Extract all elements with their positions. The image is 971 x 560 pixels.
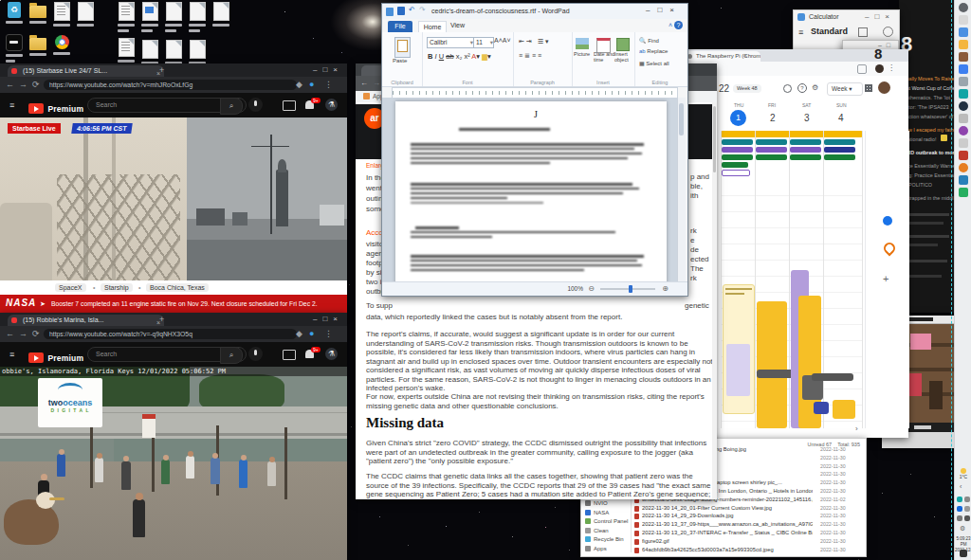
chrome-shortcut-icon[interactable] xyxy=(51,34,72,63)
mic-icon[interactable] xyxy=(248,98,263,112)
desktop-document-icon[interactable] xyxy=(75,2,96,30)
file-row[interactable]: 64acbfdb9b3a42625cc53d0003a7a15e993305cd… xyxy=(634,547,862,555)
topic-chip[interactable]: Starship xyxy=(101,283,133,292)
file-tab[interactable]: File xyxy=(388,21,412,32)
add-panel-icon[interactable]: + xyxy=(883,273,889,284)
help-icon[interactable]: ? xyxy=(797,83,807,93)
browser-app-icon[interactable] xyxy=(959,27,968,37)
news-headline[interactable]: How I escaped my fathe xyxy=(902,127,959,133)
alignment-icons[interactable]: ≡≣≡≡ xyxy=(519,52,543,60)
selected-day-number[interactable]: 1 xyxy=(730,110,746,126)
file-explorer-icon[interactable] xyxy=(959,40,968,49)
maps-pin-icon[interactable] xyxy=(882,241,898,257)
indent-list-icons[interactable]: ⇤⇥ ☰▾ xyxy=(519,38,550,45)
search-icon[interactable] xyxy=(783,84,792,93)
zoom-slider-track[interactable] xyxy=(600,288,655,290)
channel-avatar[interactable]: ⚗ xyxy=(325,99,338,111)
news-headline[interactable]: ucational radio! xyxy=(902,136,959,142)
extension-icon[interactable] xyxy=(857,64,867,74)
profile-avatar[interactable] xyxy=(875,64,884,73)
file-row[interactable]: 2022-11-30 13_37_09-https___www.amazon.c… xyxy=(634,521,862,530)
font-size-select[interactable]: 11▾ xyxy=(473,37,494,48)
history-icon[interactable] xyxy=(883,27,893,37)
day-number[interactable]: 4 xyxy=(838,113,844,123)
desktop-app-icon[interactable] xyxy=(4,34,25,63)
find-item[interactable]: 🔍 Find xyxy=(639,37,659,44)
calendar-event-block[interactable] xyxy=(833,400,855,419)
next-period-arrow[interactable]: › xyxy=(855,425,858,433)
menu-kebab-icon[interactable]: ⋮ xyxy=(324,329,333,338)
google-apps-grid-icon[interactable] xyxy=(865,84,872,92)
calculator-window-controls[interactable]: –□× xyxy=(865,12,895,21)
desktop-document-icon[interactable] xyxy=(116,2,137,30)
task-view-icon[interactable] xyxy=(959,15,968,25)
back-icon[interactable]: ← xyxy=(6,80,14,89)
nav-item[interactable]: Apps xyxy=(585,545,629,554)
document-page[interactable]: J xyxy=(395,101,667,281)
forward-icon[interactable]: → xyxy=(373,79,380,87)
paste-label[interactable]: Paste xyxy=(393,58,407,63)
calendar-event-chip[interactable] xyxy=(790,154,821,160)
extension-diamond-icon[interactable]: ◆ xyxy=(296,329,302,338)
file-row[interactable]: 2022-11-30 14_29_29-Downloads.jpg2022-11… xyxy=(634,513,862,521)
app-icon[interactable] xyxy=(959,89,968,99)
notification-center-icon[interactable] xyxy=(960,550,967,557)
undo-icon[interactable]: ↶ xyxy=(409,6,415,14)
user-avatar[interactable] xyxy=(878,81,890,94)
browser-tab[interactable]: (15) Starbase Live 24/7 SL... × xyxy=(8,65,164,77)
font-name-select[interactable]: Calibri▾ xyxy=(427,37,474,48)
calendar-event-chip[interactable] xyxy=(756,139,787,145)
profile-icon[interactable]: ● xyxy=(309,329,314,338)
window-controls[interactable]: –□× xyxy=(313,315,343,323)
calendar-event-chip[interactable] xyxy=(722,170,750,176)
mic-icon[interactable] xyxy=(248,347,263,361)
calendar-event-chip[interactable] xyxy=(722,154,753,160)
desktop-document-icon[interactable] xyxy=(163,2,184,30)
tab-close-icon[interactable]: × xyxy=(743,52,747,59)
calendar-event-block[interactable] xyxy=(757,301,787,428)
address-field[interactable]: https://www.youtube.com/watch?v=mhJRoOxL… xyxy=(44,80,297,90)
news-headline[interactable]: that Worst Cup of Coffe xyxy=(902,85,959,91)
forward-icon[interactable]: → xyxy=(19,329,27,338)
grow-shrink-font-icons[interactable]: A˄A˅ xyxy=(494,37,511,44)
app-icon[interactable] xyxy=(959,163,968,172)
keep-on-top-icon[interactable] xyxy=(858,27,868,37)
desktop-document-icon[interactable] xyxy=(187,2,208,30)
calendar-event-block[interactable] xyxy=(814,402,829,414)
create-video-icon[interactable] xyxy=(283,350,296,360)
display-tray-icon[interactable] xyxy=(957,515,962,521)
calendar-event-chip[interactable] xyxy=(722,147,753,153)
refresh-icon[interactable]: ⟳ xyxy=(32,329,40,338)
youtube-premium-logo[interactable]: Premium CA xyxy=(28,349,93,366)
contacts-icon[interactable] xyxy=(883,216,892,226)
news-headline[interactable]: as trapped in the middl xyxy=(902,195,959,201)
menu-kebab-icon[interactable]: ⋮ xyxy=(324,80,333,89)
channel-avatar[interactable]: ⚗ xyxy=(325,348,338,360)
weather-widget[interactable]: 1°C xyxy=(955,468,971,479)
nav-item[interactable]: NVIO xyxy=(585,499,629,509)
news-headline[interactable]: OVID outbreak to mor xyxy=(902,150,959,155)
desktop-folder-icon[interactable] xyxy=(27,2,48,30)
tray-icon[interactable] xyxy=(964,497,970,502)
settings-gear-icon[interactable]: ⚙ xyxy=(960,525,965,533)
starbase-video-player[interactable]: Starbase Live 4:06:56 PM CST xyxy=(0,117,347,280)
insert-object-icon[interactable] xyxy=(616,38,630,51)
app-icon[interactable] xyxy=(959,138,968,148)
browser-tab[interactable]: (15) Robbie's Marina, Isla... × xyxy=(8,315,164,326)
all-day-event-banner[interactable] xyxy=(721,131,863,137)
desktop-document-icon[interactable] xyxy=(211,2,231,30)
collapse-ribbon-icon[interactable]: ˄ xyxy=(669,22,672,28)
recycle-bin-icon[interactable]: ♻ xyxy=(4,2,25,30)
calendar-event-chip[interactable] xyxy=(824,154,855,160)
hamburger-menu-icon[interactable]: ≡ xyxy=(9,350,14,359)
help-icon[interactable]: ? xyxy=(674,21,683,29)
app-icon[interactable] xyxy=(959,175,968,185)
app-icon[interactable] xyxy=(959,114,968,123)
app-icon[interactable] xyxy=(959,188,968,197)
search-button[interactable]: ⌕ xyxy=(220,347,243,364)
calendar-event-chip[interactable] xyxy=(790,147,821,153)
desktop-document-icon[interactable] xyxy=(139,2,160,30)
bluetooth-tray-icon[interactable] xyxy=(957,506,962,512)
file-row[interactable]: figure02.gif2022-11-30 xyxy=(634,538,862,547)
app-icon[interactable] xyxy=(959,64,968,74)
